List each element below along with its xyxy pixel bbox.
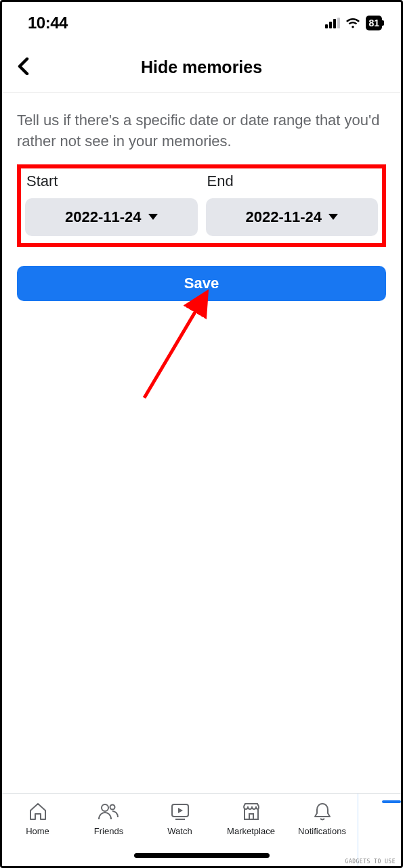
status-indicators: 81: [325, 16, 382, 30]
tab-marketplace-label: Marketplace: [227, 826, 275, 836]
start-date-value: 2022-11-24: [65, 208, 142, 226]
content-area: Tell us if there's a specific date or da…: [2, 93, 401, 301]
page-header: Hide memories: [2, 40, 401, 93]
bell-icon: [313, 800, 332, 823]
watermark: GADGETS TO USE: [345, 859, 396, 865]
end-date-picker[interactable]: 2022-11-24: [206, 198, 379, 236]
start-date-picker[interactable]: 2022-11-24: [25, 198, 198, 236]
end-label: End: [207, 173, 379, 190]
svg-point-2: [102, 804, 108, 811]
annotation-arrow: [137, 283, 226, 405]
svg-line-1: [144, 295, 205, 398]
start-label: Start: [26, 173, 198, 190]
chevron-down-icon: [148, 214, 158, 220]
svg-rect-7: [249, 814, 253, 819]
save-button[interactable]: Save: [17, 266, 386, 301]
svg-point-3: [110, 805, 114, 810]
tab-home[interactable]: Home: [2, 794, 73, 866]
wifi-icon: [345, 17, 361, 29]
tab-notifications[interactable]: Notifications: [287, 794, 358, 866]
date-range-row: Start 2022-11-24 End 2022-11-24: [25, 173, 378, 236]
tab-menu[interactable]: [358, 794, 401, 866]
chevron-down-icon: [328, 214, 338, 220]
end-date-value: 2022-11-24: [245, 208, 322, 226]
home-icon: [28, 800, 48, 823]
annotation-highlight-box: Start 2022-11-24 End 2022-11-24: [17, 164, 386, 247]
cellular-signal-icon: [325, 18, 340, 28]
home-indicator[interactable]: [134, 853, 270, 858]
tab-friends-label: Friends: [94, 826, 123, 836]
menu-accent-line: [382, 800, 401, 803]
back-button[interactable]: [17, 58, 29, 78]
battery-icon: 81: [366, 16, 382, 30]
end-date-column: End 2022-11-24: [206, 173, 379, 236]
tab-notifications-label: Notifications: [298, 826, 346, 836]
watch-icon: [169, 800, 192, 823]
tab-home-label: Home: [26, 826, 49, 836]
friends-icon: [98, 800, 121, 823]
marketplace-icon: [241, 800, 261, 823]
svg-marker-5: [178, 808, 183, 813]
page-title: Hide memories: [16, 58, 387, 77]
tab-watch-label: Watch: [167, 826, 192, 836]
status-bar: 10:44 81: [2, 2, 401, 40]
battery-level: 81: [368, 18, 379, 28]
start-date-column: Start 2022-11-24: [25, 173, 198, 236]
status-time: 10:44: [28, 14, 68, 32]
description-text: Tell us if there's a specific date or da…: [17, 110, 386, 152]
